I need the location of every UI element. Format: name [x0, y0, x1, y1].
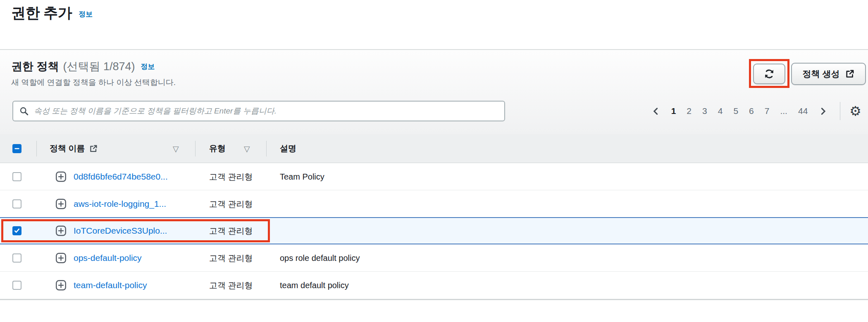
- refresh-icon: [763, 68, 775, 80]
- column-header-description: 설명: [280, 134, 296, 163]
- gear-icon: ⚙: [849, 103, 861, 119]
- expand-row-icon[interactable]: [55, 198, 67, 209]
- policy-type: 고객 관리형: [209, 252, 253, 263]
- table-row-selected[interactable]: IoTCoreDeviceS3Uplo... 고객 관리형: [0, 217, 868, 244]
- row-checkbox[interactable]: [12, 199, 21, 208]
- column-header-type[interactable]: 유형: [209, 134, 226, 163]
- policy-filter-search: [12, 101, 505, 121]
- table-row[interactable]: team-default-policy 고객 관리형 team default …: [0, 272, 868, 299]
- next-page-button[interactable]: [813, 107, 833, 116]
- pagination: 1 2 3 4 5 6 7 ... 44 ⚙: [646, 101, 866, 121]
- page-number-2[interactable]: 2: [681, 106, 697, 116]
- page-info-link[interactable]: 정보: [79, 10, 93, 18]
- row-checkbox-checked[interactable]: [12, 226, 21, 235]
- page-header: 권한 추가정보: [11, 3, 93, 23]
- row-checkbox[interactable]: [12, 281, 21, 290]
- panel-subtitle: 새 역할에 연결할 정책을 하나 이상 선택합니다.: [11, 77, 176, 88]
- expand-row-icon[interactable]: [55, 171, 67, 182]
- external-link-icon: [89, 144, 98, 153]
- page-number-1[interactable]: 1: [666, 106, 682, 116]
- column-header-policy-name[interactable]: 정책 이름: [50, 134, 98, 163]
- page-number-4[interactable]: 4: [713, 106, 728, 116]
- table-row[interactable]: ops-default-policy 고객 관리형 ops role defau…: [0, 244, 868, 272]
- create-policy-label: 정책 생성: [803, 68, 840, 80]
- iam-add-permissions-page: 권한 추가정보 권한 정책(선택됨 1/874)정보 새 역할에 연결할 정책을…: [0, 0, 868, 322]
- previous-page-button[interactable]: [646, 107, 666, 116]
- page-number-44[interactable]: 44: [793, 106, 813, 116]
- row-checkbox[interactable]: [12, 253, 21, 263]
- page-title: 권한 추가: [11, 5, 72, 21]
- external-link-icon: [845, 69, 854, 78]
- policy-type: 고객 관리형: [209, 280, 253, 291]
- policy-name-link[interactable]: IoTCoreDeviceS3Uplo...: [74, 226, 167, 236]
- policy-table-body: 0d8fd6bfe6d74be58e0... 고객 관리형 Team Polic…: [0, 163, 868, 300]
- refresh-button[interactable]: [753, 64, 785, 84]
- policy-description: team default policy: [280, 281, 349, 290]
- policy-type: 고객 관리형: [209, 171, 253, 182]
- page-ellipsis: ...: [775, 106, 793, 116]
- page-number-3[interactable]: 3: [697, 106, 713, 116]
- panel-heading: 권한 정책(선택됨 1/874)정보: [11, 59, 155, 74]
- type-sort-caret-icon[interactable]: ▽: [244, 144, 250, 153]
- column-divider: [266, 141, 267, 156]
- row-checkbox[interactable]: [12, 172, 21, 181]
- table-header-row: 정책 이름 ▽ 유형 ▽ 설명: [0, 134, 868, 163]
- policy-name-link[interactable]: 0d8fd6bfe6d74be58e0...: [74, 172, 168, 182]
- table-row[interactable]: 0d8fd6bfe6d74be58e0... 고객 관리형 Team Polic…: [0, 163, 868, 190]
- expand-row-icon[interactable]: [55, 252, 67, 263]
- policy-description: ops role default policy: [280, 253, 360, 263]
- table-row[interactable]: aws-iot-role-logging_1... 고객 관리형: [0, 190, 868, 218]
- policy-name-link[interactable]: aws-iot-role-logging_1...: [74, 199, 166, 209]
- policy-type: 고객 관리형: [209, 225, 253, 237]
- expand-row-icon[interactable]: [55, 225, 67, 237]
- table-settings-button[interactable]: ⚙: [845, 104, 866, 118]
- policy-name-link[interactable]: ops-default-policy: [74, 253, 142, 263]
- pagination-divider: [840, 102, 840, 120]
- panel-info-link[interactable]: 정보: [141, 63, 155, 71]
- selection-summary: (선택됨 1/874): [63, 60, 135, 73]
- search-icon: [19, 107, 29, 116]
- policy-name-link[interactable]: team-default-policy: [74, 280, 147, 290]
- column-divider: [36, 141, 37, 156]
- chevron-left-icon: [651, 107, 660, 116]
- policy-description: Team Policy: [280, 172, 324, 181]
- policy-type: 고객 관리형: [209, 198, 253, 209]
- page-number-5[interactable]: 5: [728, 106, 744, 116]
- chevron-right-icon: [819, 107, 827, 116]
- permission-policies-panel-header: 권한 정책(선택됨 1/874)정보 새 역할에 연결할 정책을 하나 이상 선…: [0, 50, 868, 134]
- select-all-checkbox[interactable]: [12, 144, 21, 153]
- page-number-6[interactable]: 6: [744, 106, 759, 116]
- page-number-7[interactable]: 7: [759, 106, 775, 116]
- column-divider: [195, 141, 196, 156]
- search-input[interactable]: [34, 107, 498, 116]
- create-policy-button[interactable]: 정책 생성: [791, 63, 866, 85]
- policy-name-sort-caret-icon[interactable]: ▽: [173, 144, 179, 153]
- panel-title: 권한 정책: [11, 60, 59, 73]
- expand-row-icon[interactable]: [55, 280, 67, 291]
